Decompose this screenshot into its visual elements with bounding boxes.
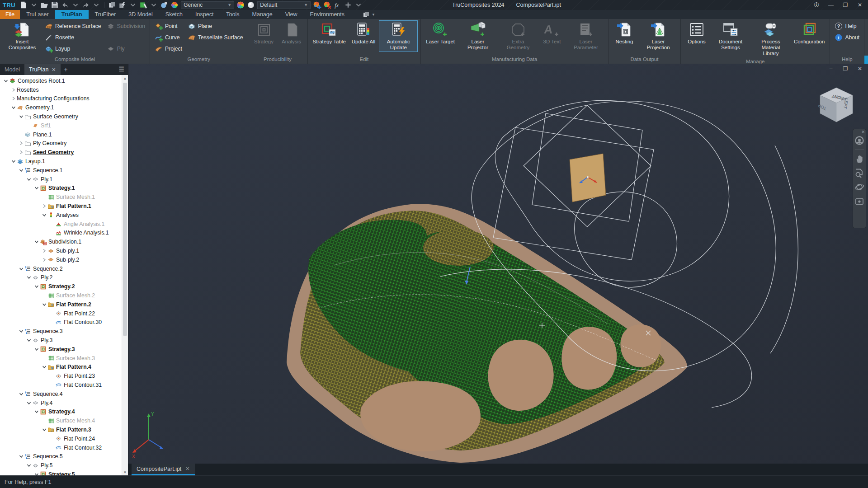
expand-icon[interactable] — [10, 95, 17, 102]
tree-item-surface-mesh-2[interactable]: Surface Mesh.2 — [0, 291, 122, 300]
analysis-button[interactable]: Analysis — [278, 20, 305, 46]
collapse-icon[interactable] — [41, 427, 47, 433]
dropdown-button[interactable] — [128, 1, 137, 9]
tree-item-srf1[interactable]: Srf1 — [0, 121, 122, 130]
tree-item-flat-pattern-4[interactable]: Flat Pattern.4 — [0, 363, 122, 372]
tree-item-ply-4[interactable]: Ply.4 — [0, 399, 122, 408]
restore-button[interactable]: ❐ — [839, 0, 852, 9]
tree-item-layup-1[interactable]: Layup.1 — [0, 157, 122, 166]
color-wheel-button[interactable] — [236, 1, 245, 9]
collapse-icon[interactable] — [18, 391, 24, 397]
update-all-button[interactable]: Update All — [349, 20, 377, 46]
tree-item-seed-geometry[interactable]: Seed Geometry — [0, 148, 122, 157]
ribbon-tab-environments[interactable]: Environments — [304, 10, 351, 19]
tree-item-ply-3[interactable]: Ply.3 — [0, 336, 122, 345]
dropdown-button[interactable] — [29, 1, 38, 9]
new-document-button[interactable] — [19, 1, 28, 9]
document-tab-close-icon[interactable]: ✕ — [185, 466, 189, 472]
tree-item-flat-pattern-1[interactable]: Flat Pattern.1 — [0, 202, 122, 211]
strategy-button[interactable]: Strategy — [251, 20, 277, 46]
tree-item-wrinkle-analysis-1[interactable]: Wrinkle Analysis.1 — [0, 229, 122, 238]
close-button[interactable]: ✕ — [854, 0, 866, 9]
orbit-icon[interactable] — [854, 182, 864, 192]
tree-item-surface-geometry[interactable]: Surface Geometry — [0, 112, 122, 121]
expand-icon[interactable] — [41, 248, 47, 254]
tree-item-geometry-1[interactable]: Geometry.1 — [0, 103, 122, 112]
tree-item-sequence-1[interactable]: Sequence.1 — [0, 166, 122, 175]
minimize-button[interactable]: — — [825, 0, 837, 9]
tree-item-flat-point-24[interactable]: Flat Point.24 — [0, 434, 122, 443]
dropdown-button[interactable] — [354, 1, 363, 9]
insert-object-button[interactable] — [108, 1, 117, 9]
close-tab-icon[interactable]: ✕ — [52, 67, 56, 73]
add-button-button[interactable] — [344, 1, 353, 9]
ribbon-tab-tools[interactable]: Tools — [220, 10, 245, 19]
3d-text-button[interactable]: A 3D Text — [539, 20, 565, 46]
collapse-icon[interactable] — [18, 453, 24, 460]
collapse-icon[interactable] — [26, 462, 32, 469]
rosette-button[interactable]: Rosette — [43, 32, 103, 43]
layup-button[interactable]: Layup — [43, 43, 103, 54]
extra-geometry-button[interactable]: Extra Geometry — [499, 20, 538, 52]
view-cube[interactable]: FRONT TOP LEFT — [815, 83, 858, 127]
tree-item-angle-analysis-1[interactable]: Angle Analysis.1 — [0, 220, 122, 229]
3d-scene[interactable]: X Y – ❐ ✕ FRONT TOP LEFT — [128, 64, 868, 464]
expand-icon[interactable] — [18, 149, 24, 155]
ribbon-tab-view[interactable]: View — [279, 10, 304, 19]
tree-item-strategy-1[interactable]: Strategy.1 — [0, 184, 122, 193]
browser-tab-model[interactable]: Model — [0, 64, 24, 75]
material-ball-button[interactable] — [160, 1, 169, 9]
tree-item-sequence-4[interactable]: Sequence.4 — [0, 389, 122, 399]
redo-button[interactable] — [81, 1, 90, 9]
automatic-update-button[interactable]: Automatic Update — [379, 20, 418, 52]
select-tool-button[interactable] — [139, 1, 148, 9]
document-tab[interactable]: CompositePart.ipt ✕ — [132, 464, 195, 475]
tree-item-sequence-3[interactable]: Sequence.3 — [0, 327, 122, 336]
collapse-icon[interactable] — [33, 185, 40, 191]
adjust-color-add-button[interactable] — [312, 1, 321, 9]
tree-item-flat-contour-30[interactable]: Flat Contour.30 — [0, 318, 122, 327]
tree-item-sequence-2[interactable]: Sequence.2 — [0, 264, 122, 273]
ribbon-tab-trulaser[interactable]: TruLaser — [20, 10, 55, 19]
parameters-fx-button[interactable]: fx — [333, 1, 342, 9]
appearance-ball-button[interactable] — [246, 1, 255, 9]
collapse-icon[interactable] — [10, 104, 17, 111]
collapse-icon[interactable] — [18, 328, 24, 334]
steering-wheel-icon[interactable] — [854, 136, 864, 145]
tree-item-surface-mesh-4[interactable]: Surface Mesh.4 — [0, 416, 122, 425]
tree-item-ply-2[interactable]: Ply.2 — [0, 273, 122, 282]
viewport-minimize-button[interactable]: – — [827, 66, 835, 72]
collapse-icon[interactable] — [26, 176, 32, 183]
browser-menu-icon[interactable]: ☰ — [118, 66, 124, 72]
undo-button[interactable] — [61, 1, 70, 9]
tree-item-strategy-2[interactable]: Strategy.2 — [0, 282, 122, 291]
tree-item-flat-point-22[interactable]: Flat Point.22 — [0, 309, 122, 318]
tree-scrollbar[interactable]: ▲ ▼ — [122, 75, 128, 475]
laser-projection-button[interactable]: Laser Projection — [639, 20, 678, 52]
collapse-icon[interactable] — [41, 212, 47, 218]
about-button[interactable]: i About — [833, 32, 861, 43]
tree-item-sub-ply-2[interactable]: Sub-ply.2 — [0, 255, 122, 264]
subdivision-button[interactable]: Subdivision — [105, 21, 147, 32]
look-at-icon[interactable] — [854, 196, 864, 206]
ribbon-tab-sketch[interactable]: Sketch — [159, 10, 189, 19]
expand-icon[interactable] — [18, 140, 24, 146]
collapse-icon[interactable] — [33, 346, 40, 352]
adjust-color-clear-button[interactable] — [323, 1, 332, 9]
collapse-icon[interactable] — [41, 364, 47, 370]
ply-button[interactable]: Ply — [105, 43, 147, 54]
help-icon[interactable]: 🛈 — [810, 0, 823, 9]
ribbon-tab-truplan[interactable]: TruPlan — [55, 10, 89, 19]
tree-item-surface-mesh-1[interactable]: Surface Mesh.1 — [0, 192, 122, 202]
tree-item-sub-ply-1[interactable]: Sub-ply.1 — [0, 246, 122, 255]
insert-composites-button[interactable]: Insert Composites — [3, 20, 42, 52]
expand-icon[interactable] — [41, 257, 47, 263]
collapse-icon[interactable] — [33, 239, 40, 245]
zoom-window-icon[interactable] — [854, 168, 864, 178]
scrollbar-thumb[interactable] — [123, 83, 127, 336]
local-update-button[interactable] — [118, 1, 127, 9]
viewport-close-button[interactable]: ✕ — [856, 66, 863, 72]
collapse-icon[interactable] — [26, 274, 32, 281]
help-button[interactable]: ? Help — [833, 21, 861, 32]
dropdown-button[interactable] — [71, 1, 80, 9]
